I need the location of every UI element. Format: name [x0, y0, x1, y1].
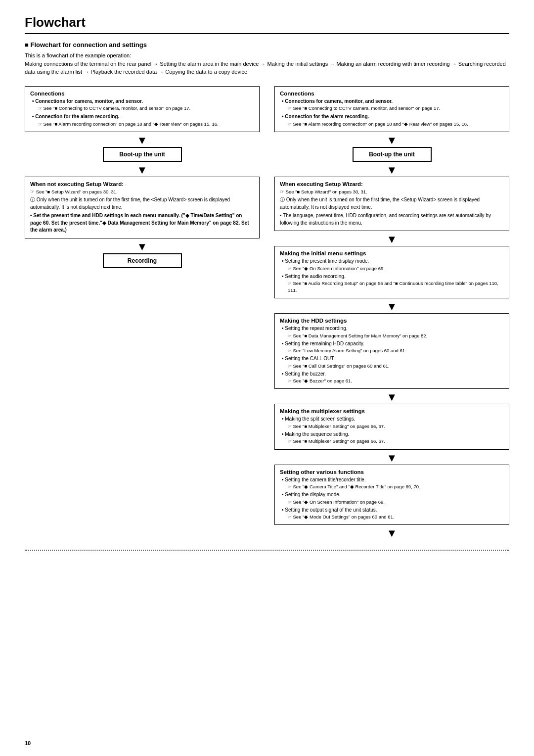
left-connections-content: • Connections for camera, monitor, and s…	[30, 98, 254, 128]
left-conn-item1-ref: See "■ Connecting to CCTV camera, monito…	[38, 105, 254, 112]
right-hdd-item1-ref: See "■ Data Management Setting for Main …	[288, 332, 504, 339]
right-hdd-box: Making the HDD settings • Setting the re…	[274, 313, 509, 389]
left-wizard-info: ⓘ Only when the unit is turned on for th…	[30, 196, 254, 211]
left-conn-item2-label: • Connection for the alarm recording.	[32, 113, 254, 121]
right-various-item3-ref: See "◆ Mode Out Settings" on pages 60 an…	[288, 514, 504, 520]
right-arrow-1: ▼	[274, 135, 509, 146]
right-connections-title: Connections	[280, 91, 504, 96]
page-number: 10	[25, 740, 31, 746]
right-column: Connections • Connections for camera, mo…	[274, 86, 509, 540]
right-various-content: • Setting the camera title/recorder titl…	[280, 476, 504, 521]
right-various-item2: • Setting the display mode.	[282, 491, 504, 499]
right-arrow-2: ▼	[274, 165, 509, 176]
left-arrow-2: ▼	[25, 165, 260, 176]
right-hdd-item4-ref: See "◆ Buzzer" on page 61.	[288, 378, 504, 384]
left-connections-title: Connections	[30, 91, 254, 96]
right-wizard-box: When executing Setup Wizard: ☞ See "■ Se…	[274, 177, 509, 232]
right-arrow-3: ▼	[274, 234, 509, 245]
left-boot-box: Boot-up the unit	[103, 147, 182, 162]
left-column: Connections • Connections for camera, mo…	[25, 86, 260, 270]
right-connections-content: • Connections for camera, monitor, and s…	[280, 98, 504, 128]
bottom-divider	[25, 550, 509, 551]
right-wizard-content: ☞ See "■ Setup Wizard" on pages 30, 31. …	[280, 189, 504, 227]
right-hdd-item3: • Setting the CALL OUT.	[282, 355, 504, 363]
right-conn-item2-label: • Connection for the alarm recording.	[282, 113, 504, 121]
left-wizard-bullet: • Set the present time and HDD settings …	[30, 212, 254, 234]
right-initial-menu-box: Making the initial menu settings • Setti…	[274, 246, 509, 298]
right-hdd-item2-ref: See "Low Memory Alarm Setting" on pages …	[288, 347, 504, 354]
right-various-item2-ref: See "◆ On Screen Information" on page 69…	[288, 499, 504, 506]
right-connections-box: Connections • Connections for camera, mo…	[274, 86, 509, 132]
left-conn-item1-label: • Connections for camera, monitor, and s…	[32, 98, 254, 105]
left-arrow-1: ▼	[25, 135, 260, 146]
right-hdd-item3-ref: See "■ Call Out Settings" on pages 60 an…	[288, 363, 504, 370]
right-wizard-bullet: • The language, present time, HDD config…	[280, 212, 504, 227]
right-wizard-info: ⓘ Only when the unit is turned on for th…	[280, 196, 504, 211]
left-wizard-ref: ☞ See "■ Setup Wizard" on pages 30, 31.	[30, 189, 254, 195]
left-wizard-box: When not executing Setup Wizard: ☞ See "…	[25, 177, 260, 238]
right-various-box: Setting other various functions • Settin…	[274, 465, 509, 525]
left-connections-box: Connections • Connections for camera, mo…	[25, 86, 260, 132]
right-various-title: Setting other various functions	[280, 469, 504, 475]
right-initial-item1: • Setting the present time display mode.	[282, 258, 504, 265]
right-multi-item1: • Making the split screen settings.	[282, 416, 504, 423]
right-multiplexer-box: Making the multiplexer settings • Making…	[274, 404, 509, 449]
right-wizard-ref: ☞ See "■ Setup Wizard" on pages 30, 31.	[280, 189, 504, 195]
right-arrow-5: ▼	[274, 392, 509, 403]
right-conn-item1-label: • Connections for camera, monitor, and s…	[282, 98, 504, 105]
right-hdd-item4: • Setting the buzzer.	[282, 371, 504, 378]
left-wizard-content: ☞ See "■ Setup Wizard" on pages 30, 31. …	[30, 189, 254, 234]
right-arrow-7: ▼	[274, 528, 509, 539]
right-multiplexer-title: Making the multiplexer settings	[280, 408, 504, 414]
page-title: Flowchart	[25, 15, 509, 34]
section-heading: ■ Flowchart for connection and settings	[25, 41, 509, 48]
right-various-item1: • Setting the camera title/recorder titl…	[282, 476, 504, 484]
right-hdd-title: Making the HDD settings	[280, 318, 504, 324]
right-initial-menu-title: Making the initial menu settings	[280, 250, 504, 256]
intro-text: This is a flowchart of the example opera…	[25, 51, 509, 76]
right-initial-item1-ref: See "◆ On Screen Information" on page 69…	[288, 265, 504, 272]
right-arrow-4: ▼	[274, 301, 509, 312]
right-multi-item2-ref: See "■ Multiplexer Setting" on pages 66,…	[288, 438, 504, 445]
flowchart-wrapper: Connections • Connections for camera, mo…	[25, 86, 509, 540]
right-multi-item2: • Making the sequence setting.	[282, 431, 504, 438]
right-conn-item1-ref: See "■ Connecting to CCTV camera, monito…	[288, 105, 504, 112]
right-arrow-6: ▼	[274, 453, 509, 464]
right-wizard-title: When executing Setup Wizard:	[280, 181, 504, 187]
right-hdd-item2: • Setting the remaining HDD capacity.	[282, 340, 504, 348]
right-multiplexer-content: • Making the split screen settings. See …	[280, 416, 504, 445]
intro-line-2: Making connections of the terminal on th…	[25, 61, 506, 75]
left-arrow-3: ▼	[25, 241, 260, 252]
right-various-item1-ref: See "◆ Camera Title" and "◆ Recorder Tit…	[288, 483, 504, 490]
right-initial-item2-ref: See "■ Audio Recording Setup" on page 55…	[288, 280, 504, 294]
left-conn-item2-ref: See "■ Alarm recording connection" on pa…	[38, 121, 254, 128]
right-conn-item2-ref: See "■ Alarm recording connection" on pa…	[288, 121, 504, 128]
right-multi-item1-ref: See "■ Multiplexer Setting" on pages 66,…	[288, 423, 504, 430]
right-hdd-content: • Setting the repeat recording. See "■ D…	[280, 325, 504, 384]
intro-line-1: This is a flowchart of the example opera…	[25, 52, 131, 58]
right-various-item3: • Setting the output signal of the unit …	[282, 507, 504, 514]
left-wizard-title: When not executing Setup Wizard:	[30, 181, 254, 187]
recording-box: Recording	[103, 253, 182, 268]
right-initial-menu-content: • Setting the present time display mode.…	[280, 258, 504, 294]
right-initial-item2: • Setting the audio recording.	[282, 273, 504, 281]
right-boot-box: Boot-up the unit	[353, 147, 432, 162]
right-hdd-item1: • Setting the repeat recording.	[282, 325, 504, 332]
